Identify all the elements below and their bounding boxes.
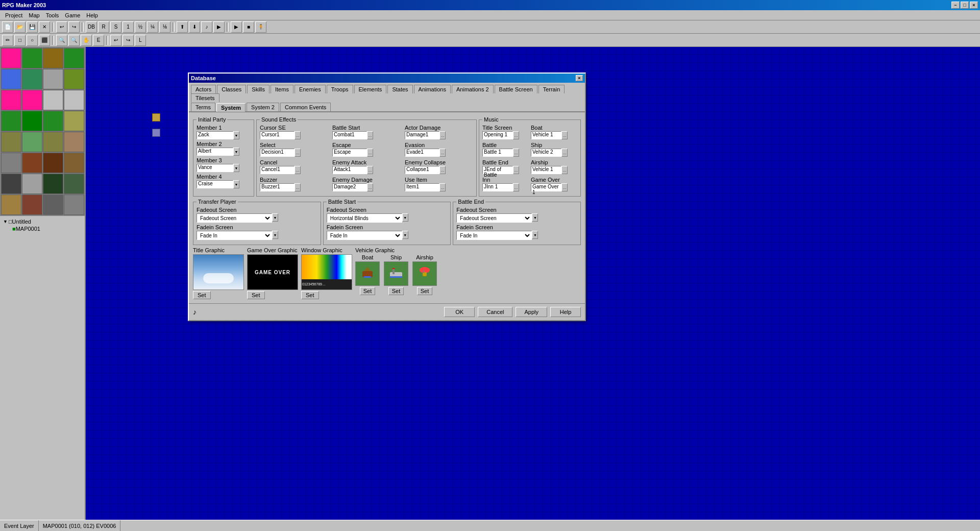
inn-input[interactable]: JInn 1 [482,183,513,191]
escape-dots[interactable]: … [367,149,373,157]
enemy-collapse-dots[interactable]: … [439,166,446,174]
tab-terms[interactable]: Terms [191,103,215,111]
zoom-out-btn[interactable]: 🔍 [68,35,80,46]
tab-skills[interactable]: Skills [247,85,270,93]
tab-states[interactable]: States [387,85,412,93]
enemy-damage-dots[interactable]: … [367,183,373,191]
member4-dropdown-btn[interactable]: ▼ [233,180,239,188]
layer-btn[interactable]: L [135,35,146,46]
palette-tile-27[interactable] [43,174,63,194]
x4-btn[interactable]: ¼ [147,21,158,33]
member2-dropdown-btn[interactable]: ▼ [233,148,239,156]
play-btn[interactable]: ▶ [231,21,242,33]
boat-music-dots[interactable]: … [561,131,568,139]
resource-btn[interactable]: R [98,21,109,33]
cursor-se-input[interactable]: Cursor1 [260,131,295,139]
tab-system2[interactable]: System 2 [247,103,279,111]
title-graphic-set-btn[interactable]: Set [193,291,211,299]
palette-tile-10[interactable] [22,90,42,110]
palette-tile-30[interactable] [22,195,42,215]
palette-tile-13[interactable] [1,111,21,131]
palette-tile-5[interactable] [1,69,21,89]
ship-music-input[interactable]: Vehicle 2 [531,149,561,157]
fill-btn[interactable]: ⬛ [39,35,50,46]
export-btn[interactable]: ⬇ [189,21,200,33]
event-btn[interactable]: E [93,35,104,46]
ship-music-dots[interactable]: … [561,149,568,157]
battle-end-dots[interactable]: … [513,166,519,174]
member3-input[interactable]: Vance [197,164,233,172]
x1-btn[interactable]: 1 [122,21,134,33]
tab-system[interactable]: System [216,103,246,112]
zoom-in-btn[interactable]: 🔍 [56,35,67,46]
close-proj-btn[interactable]: ✕ [39,21,50,33]
palette-tile-20[interactable] [64,132,84,152]
bs-fadein-select[interactable]: Fade In [327,231,402,240]
transfer-fadein-select[interactable]: Fade In [197,231,272,240]
tab-elements[interactable]: Elements [354,85,387,93]
x2-btn[interactable]: ½ [135,21,146,33]
palette-tile-25[interactable] [1,174,21,194]
tab-animations[interactable]: Animations [414,85,451,93]
sound-btn[interactable]: ♪ [201,21,212,33]
x8-btn[interactable]: ⅛ [159,21,170,33]
buzzer-input[interactable]: Buzzer1 [260,183,295,191]
escape-input[interactable]: Escape [332,149,367,157]
bs-fadein-btn[interactable]: ▼ [402,231,408,239]
member2-input[interactable]: Albert [197,148,233,156]
airship-music-input[interactable]: Vehicle 1 [531,166,561,174]
member4-input[interactable]: Craise [197,180,233,188]
palette-tile-24[interactable] [64,153,84,173]
palette-tile-16[interactable] [64,111,84,131]
enemy-damage-input[interactable]: Damage2 [332,183,367,191]
bs-fadeout-btn[interactable]: ▼ [402,213,408,222]
select-input[interactable]: Decision1 [260,149,295,157]
boat-music-input[interactable]: Vehicle 1 [531,131,561,139]
cancel-se-input[interactable]: Cancel1 [260,166,295,174]
palette-tile-2[interactable] [22,48,42,68]
inn-dots[interactable]: … [513,183,519,191]
palette-tile-7[interactable] [43,69,63,89]
help-button[interactable]: Help [550,307,581,317]
airship-set-btn[interactable]: Set [417,287,433,295]
palette-tile-4[interactable] [64,48,84,68]
game-over-music-dots[interactable]: … [561,183,568,191]
palette-tile-19[interactable] [43,132,63,152]
cursor-se-dots[interactable]: … [295,131,301,139]
dialog-close-button[interactable]: × [576,75,583,81]
cancel-button[interactable]: Cancel [478,307,512,317]
rect-btn[interactable]: □ [14,35,26,46]
game-over-music-input[interactable]: Game Over 1 [531,183,561,191]
boat-set-btn[interactable]: Set [360,287,376,295]
tab-terrain[interactable]: Terrain [538,85,565,93]
new-btn[interactable]: 📄 [2,21,13,33]
menu-tools[interactable]: Tools [43,11,62,19]
redo-btn[interactable]: ↪ [68,21,80,33]
battle-start-dots[interactable]: … [367,131,373,139]
apply-button[interactable]: Apply [516,307,547,317]
evasion-dots[interactable]: … [439,149,446,157]
tab-enemies[interactable]: Enemies [295,85,326,93]
redo2-btn[interactable]: ↪ [122,35,134,46]
save-btn[interactable]: 💾 [27,21,38,33]
transfer-fadein-btn[interactable]: ▼ [272,231,278,239]
menu-game[interactable]: Game [62,11,83,19]
tree-map[interactable]: ■ MAP0001 [2,225,83,232]
palette-tile-1[interactable] [1,48,21,68]
be-fadein-btn[interactable]: ▼ [532,231,538,239]
title-screen-input[interactable]: Opening 1 [482,131,513,139]
airship-music-dots[interactable]: … [561,166,568,174]
palette-tile-6[interactable] [22,69,42,89]
palette-tile-8[interactable] [64,69,84,89]
minimize-button[interactable]: − [951,2,960,9]
enemy-attack-input[interactable]: Attack1 [332,166,367,174]
tab-animations2[interactable]: Animations 2 [452,85,494,93]
hero-btn[interactable]: 🧍 [255,21,266,33]
palette-tile-3[interactable] [43,48,63,68]
palette-tile-11[interactable] [43,90,63,110]
palette-tile-31[interactable] [43,195,63,215]
palette-tile-21[interactable] [1,153,21,173]
palette-tile-12[interactable] [64,90,84,110]
battle-music-dots[interactable]: … [513,149,519,157]
evasion-input[interactable]: Evade1 [405,149,439,157]
